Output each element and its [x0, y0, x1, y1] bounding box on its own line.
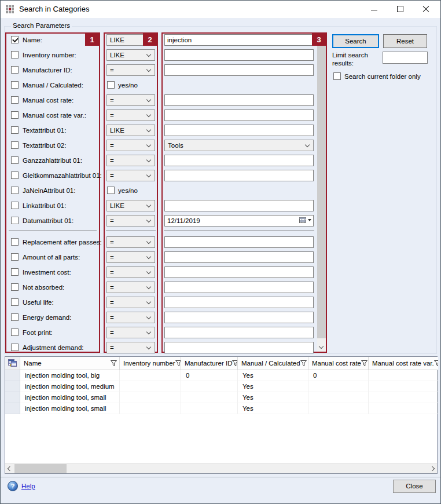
filter-funnel-icon[interactable] — [361, 360, 368, 366]
operator-select[interactable]: = — [106, 312, 155, 323]
limit-results-input[interactable] — [383, 52, 428, 64]
row-header-cell[interactable] — [5, 381, 20, 392]
close-button[interactable]: Close — [393, 480, 436, 493]
param-checkbox[interactable] — [11, 171, 19, 179]
filter-funnel-icon[interactable] — [175, 360, 182, 366]
param-checkbox[interactable] — [11, 313, 19, 321]
value-select[interactable]: Tools — [164, 140, 314, 151]
value-input[interactable] — [164, 34, 314, 46]
value-input[interactable] — [164, 200, 314, 211]
param-checkbox[interactable] — [11, 328, 19, 336]
maximize-button[interactable] — [391, 1, 416, 18]
param-checkbox[interactable] — [11, 141, 19, 149]
filter-funnel-icon[interactable] — [434, 360, 438, 366]
operator-select[interactable]: = — [106, 282, 155, 293]
param-checkbox[interactable] — [11, 111, 19, 119]
yesno-checkbox[interactable] — [107, 81, 115, 89]
calendar-icon[interactable] — [299, 217, 311, 223]
operator-select[interactable]: = — [106, 140, 155, 151]
param-checkbox[interactable] — [11, 217, 19, 224]
value-input[interactable] — [164, 342, 314, 353]
param-checkbox[interactable] — [11, 96, 19, 104]
operator-select[interactable]: = — [106, 266, 155, 278]
column-chooser-icon[interactable] — [8, 359, 17, 367]
param-checkbox[interactable] — [11, 253, 19, 261]
row-header-cell[interactable] — [5, 403, 20, 414]
param-checkbox[interactable] — [11, 268, 19, 276]
row-header-cell[interactable] — [5, 370, 20, 381]
table-header-row: NameInventory numberManufacturer IDManua… — [5, 357, 437, 370]
value-input[interactable] — [164, 170, 314, 181]
value-input[interactable] — [164, 236, 314, 248]
table-row[interactable]: injection molding tool, big0Yes0 — [5, 370, 437, 381]
scrollbar-thumb[interactable] — [14, 464, 67, 473]
column-header-0[interactable]: Name — [20, 357, 120, 370]
table-horizontal-scrollbar[interactable] — [5, 463, 437, 473]
operator-select[interactable]: = — [106, 342, 155, 353]
value-input[interactable] — [164, 125, 314, 136]
operator-select[interactable]: = — [106, 94, 155, 106]
value-input[interactable] — [164, 251, 314, 263]
operator-select[interactable]: LIKE — [106, 49, 155, 61]
value-input[interactable] — [164, 94, 314, 106]
scroll-left-arrow-icon[interactable] — [8, 466, 12, 471]
column-header-5[interactable]: Manual cost rate var. — [369, 357, 438, 370]
help-icon[interactable]: ? — [8, 481, 18, 491]
table-row[interactable]: injection molding tool, mediumYes — [5, 381, 437, 392]
param-checkbox[interactable] — [11, 126, 19, 134]
param-checkbox[interactable] — [11, 66, 19, 74]
search-button[interactable]: Search — [332, 34, 379, 48]
filter-funnel-icon[interactable] — [300, 360, 307, 366]
reset-button[interactable]: Reset — [383, 34, 427, 48]
operator-select[interactable]: = — [106, 251, 155, 263]
filter-funnel-icon[interactable] — [111, 360, 117, 366]
operator-select[interactable]: = — [106, 327, 155, 338]
minimize-button[interactable] — [365, 1, 391, 18]
yesno-checkbox[interactable] — [107, 187, 115, 194]
value-input[interactable] — [164, 297, 314, 308]
param-checkbox[interactable] — [11, 202, 19, 209]
value-input[interactable] — [164, 266, 314, 278]
operator-select[interactable]: = — [106, 215, 155, 227]
operator-select[interactable]: = — [106, 170, 155, 181]
row-header-cell[interactable] — [5, 392, 20, 403]
operator-select[interactable]: LIKE — [106, 200, 155, 211]
help-link[interactable]: Help — [21, 483, 35, 490]
param-checkbox[interactable] — [11, 187, 19, 194]
table-corner-cell[interactable] — [5, 357, 20, 370]
value-input[interactable] — [164, 109, 314, 121]
value-input[interactable] — [164, 64, 314, 76]
param-checkbox[interactable] — [11, 238, 19, 246]
column-header-4[interactable]: Manual cost rate — [308, 357, 369, 370]
table-row[interactable]: injection molding tool, smallYes — [5, 403, 437, 414]
column-header-2[interactable]: Manufacturer ID — [181, 357, 238, 370]
filter-funnel-icon[interactable] — [232, 360, 238, 366]
scrollbar-thumb[interactable] — [317, 46, 326, 338]
operator-select[interactable]: = — [106, 64, 155, 76]
value-input[interactable] — [164, 312, 314, 323]
scroll-right-arrow-icon[interactable] — [430, 466, 435, 471]
value-input[interactable] — [164, 49, 314, 61]
param-checkbox[interactable] — [11, 283, 19, 291]
column-header-1[interactable]: Inventory number — [120, 357, 181, 370]
parameters-vertical-scrollbar[interactable] — [317, 34, 326, 352]
search-current-folder-checkbox[interactable] — [333, 72, 341, 80]
table-row[interactable]: injection molding tool, smallYes — [5, 392, 437, 403]
param-checkbox[interactable] — [11, 298, 19, 306]
operator-select[interactable]: = — [106, 109, 155, 121]
param-checkbox[interactable] — [11, 81, 19, 89]
scroll-down-arrow-icon[interactable] — [319, 344, 324, 349]
param-checkbox[interactable] — [11, 51, 19, 59]
column-header-3[interactable]: Manual / Calculated — [238, 357, 308, 370]
operator-select[interactable]: = — [106, 297, 155, 308]
param-checkbox[interactable] — [11, 344, 19, 351]
value-input[interactable] — [164, 327, 314, 338]
value-input[interactable] — [164, 155, 314, 166]
param-checkbox[interactable] — [11, 156, 19, 164]
date-input[interactable]: 12/11/2019 — [164, 215, 314, 227]
value-input[interactable] — [164, 282, 314, 293]
param-checkbox[interactable] — [11, 36, 19, 43]
operator-select[interactable]: LIKE — [106, 125, 155, 136]
operator-select[interactable]: = — [106, 155, 155, 166]
operator-select[interactable]: = — [106, 236, 155, 248]
